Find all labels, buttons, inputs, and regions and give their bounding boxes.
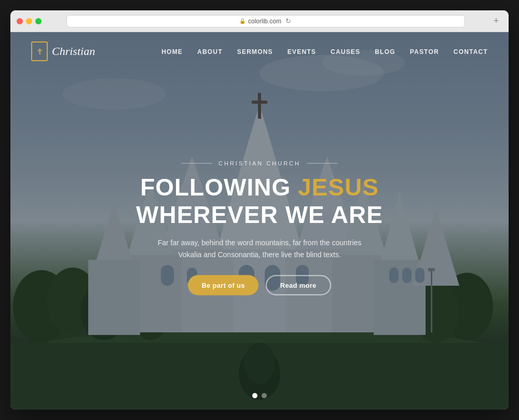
nav-contact[interactable]: CONTACT: [454, 48, 488, 55]
refresh-button[interactable]: ↻: [284, 17, 292, 25]
maximize-button[interactable]: [35, 18, 42, 24]
hero-title-line1: FOLLOWING: [140, 174, 298, 201]
minimize-button[interactable]: [26, 18, 32, 24]
nav-pastor[interactable]: PASTOR: [410, 48, 439, 55]
address-text: colorlib.com: [248, 18, 281, 25]
read-more-button[interactable]: Read more: [266, 275, 331, 296]
hero-description: Far far away, behind the word mountains,…: [151, 236, 368, 260]
slider-dot-2[interactable]: [262, 393, 267, 398]
browser-window: 🔒 colorlib.com ↻ +: [10, 10, 509, 410]
subtitle-line-left: [181, 163, 212, 163]
logo[interactable]: ✝ Christian: [31, 41, 95, 61]
nav-home[interactable]: HOME: [161, 48, 183, 55]
website-content: ✝ Christian HOME ABOUT SERMONS EVENTS CA…: [10, 32, 509, 410]
nav-causes[interactable]: CAUSES: [331, 48, 360, 55]
address-bar[interactable]: 🔒 colorlib.com ↻: [66, 15, 465, 27]
hero-title-line2: WHEREVER WE ARE: [136, 201, 383, 228]
hero-title: FOLLOWING JESUS WHEREVER WE ARE: [104, 174, 415, 229]
hero-buttons: Be part of us Read more: [104, 275, 415, 296]
browser-chrome: 🔒 colorlib.com ↻ +: [10, 10, 509, 32]
hero-subtitle: CHRISTIAN CHURCH: [104, 160, 415, 166]
nav-events[interactable]: EVENTS: [288, 48, 316, 55]
hero-content: CHRISTIAN CHURCH FOLLOWING JESUS WHEREVE…: [104, 160, 415, 296]
new-tab-button[interactable]: +: [490, 15, 502, 27]
hero-title-highlight: JESUS: [298, 174, 379, 201]
subtitle-text: CHRISTIAN CHURCH: [218, 160, 301, 166]
slider-dot-1[interactable]: [252, 393, 257, 398]
be-part-button[interactable]: Be part of us: [188, 275, 258, 296]
nav-blog[interactable]: BLOG: [375, 48, 395, 55]
nav-sermons[interactable]: SERMONS: [237, 48, 273, 55]
logo-text: Christian: [52, 45, 95, 58]
nav-about[interactable]: ABOUT: [197, 48, 223, 55]
close-button[interactable]: [17, 18, 23, 24]
slider-dots: [252, 393, 267, 398]
traffic-lights: [17, 18, 42, 24]
logo-icon: ✝: [31, 41, 48, 61]
nav-links: HOME ABOUT SERMONS EVENTS CAUSES BLOG PA…: [161, 47, 488, 56]
lock-icon: 🔒: [239, 18, 245, 24]
navbar: ✝ Christian HOME ABOUT SERMONS EVENTS CA…: [10, 32, 509, 71]
subtitle-line-right: [307, 163, 338, 163]
